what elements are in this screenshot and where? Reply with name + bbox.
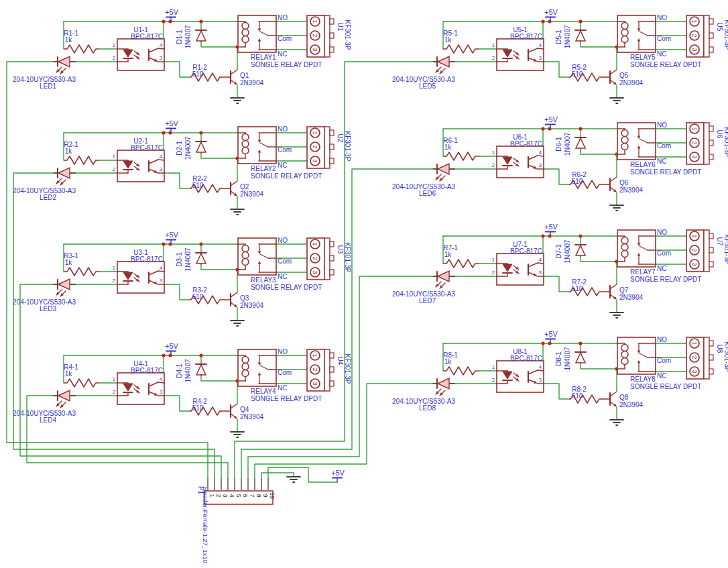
wire [544,62,569,77]
connector-pin-number: 8 [255,494,262,498]
opto-pin-number: 1 [113,265,115,271]
junction-dot [541,127,544,130]
power-flag: +5V [544,330,558,343]
wire [538,156,544,156]
terminal-pin-pad [330,255,334,261]
optocoupler-icon: 1243 [492,253,544,285]
terminal-side [704,337,709,379]
input-resistor-value-label: 1k [65,36,73,44]
diode-value-label: 1N4007 [184,247,192,271]
ground-icon [231,209,244,215]
relay-ref-label: RELAY5 [630,54,656,61]
transistor-value-label: 2N3904 [240,302,263,309]
connector-pin-number: 2 [215,494,222,498]
led-triangle [58,56,70,67]
power-flag: +5V [165,342,179,355]
terminal-ref-label: U1 [337,23,344,32]
opto-pin-number: 4 [539,364,542,370]
junction-dot [579,341,582,345]
wire [544,276,569,292]
wire [581,149,617,154]
channel-8: +5VR8-11k204-10UYC/S530-A3LED81243U8-1BP… [392,330,728,425]
transistor-collector [231,181,237,186]
channel-4: +5VR4-11k204-10UYC/S530-A3LED41243U4-1BP… [13,342,351,437]
led-ref-label: LED8 [419,404,436,412]
optocoupler-icon: 1243 [113,150,164,182]
terminal-side [704,123,709,164]
terminal-block-icon: 123 [686,123,713,164]
power-flag: +5V [165,8,179,21]
ground-icon [610,205,623,211]
relay-icon [238,15,276,52]
junction-dot [162,242,165,245]
led-icon [54,279,75,296]
diode-value-label: 1N4007 [184,25,192,48]
diode-triangle [196,365,206,375]
diode-ref-label: D5-1 [555,30,562,44]
optocoupler-value-label: BPC-817C [131,144,163,152]
wire [544,384,569,399]
base-resistor-value-label: 510 [192,70,204,78]
connector-pin-number: 10 [269,492,276,499]
ground-icon [231,432,244,437]
wire [581,42,617,47]
opto-pin-number: 4 [160,376,162,382]
opto-pin-number: 4 [539,150,542,156]
opto-pin-number: 3 [160,55,162,61]
com-label: Com [278,35,292,42]
opto-pin-number: 2 [113,278,115,284]
diode-ref-label: D2-1 [176,141,183,156]
led-triangle [438,164,449,174]
terminal-pin-pad [709,355,713,360]
terminal-value-label: KF301-3P [723,341,728,372]
opto-pin-number: 1 [492,257,495,263]
no-label: NO [278,14,288,21]
diode-triangle [196,31,206,41]
junction-dot [579,19,582,23]
opto-pin-number: 2 [113,389,115,395]
terminal-block-icon: 123 [307,349,334,391]
channel-2: +5VR2-11k204-10UYC/S530-A3LED21243U2-1BP… [13,119,351,215]
terminal-pin-number: 3 [691,262,698,266]
relay-ref-label: RELAY4 [251,388,276,395]
flyback-diode-icon [575,137,586,149]
optocoupler-value-label: BPC-817C [131,255,163,263]
schematic-page: +5VR1-11k204-10UYC/S530-A3LED11243U1-1BP… [0,0,728,568]
terminal-pin-pad [709,247,713,253]
junction-dot [541,234,544,237]
terminal-pin-pad [709,262,713,267]
transistor-collector [610,392,617,396]
transistor-icon [610,70,617,85]
transistor-collector [231,292,237,297]
power-flag: +5V [544,8,558,21]
junction-dot [168,131,172,134]
ground-icon [610,420,623,425]
nc-label: NC [278,162,287,169]
connector-body [204,491,273,504]
input-resistor-value-label: 1k [65,370,73,378]
terminal-block-icon: 123 [686,15,713,57]
terminal-pin-number: 3 [691,155,698,158]
power-label: +5V [165,231,179,239]
opto-pin-number: 1 [492,42,495,48]
led-triangle [438,271,449,282]
led-icon [433,378,454,396]
terminal-pin-pad [330,381,334,386]
terminal-ref-label: U5 [716,23,723,32]
connector-pin-number: 7 [249,494,255,498]
base-resistor-value-label: 510 [572,178,583,185]
led-ref-label: LED4 [40,416,56,424]
junction-dot [199,353,202,357]
terminal-pin-number: 2 [312,367,318,371]
terminal-pin-pad [330,270,334,275]
transistor-value-label: 2N3904 [240,190,263,198]
diode-value-label: 1N4007 [184,359,192,382]
terminal-pin-number: 3 [312,382,318,385]
junction-dot [162,19,165,23]
input-resistor-icon [64,379,99,387]
diode-ref-label: D4-1 [176,363,183,378]
input-bus-wire-ch6 [241,169,433,479]
terminal-pin-pad [330,19,334,24]
terminal-pin-number: 3 [691,370,698,373]
led-triangle [58,279,70,290]
